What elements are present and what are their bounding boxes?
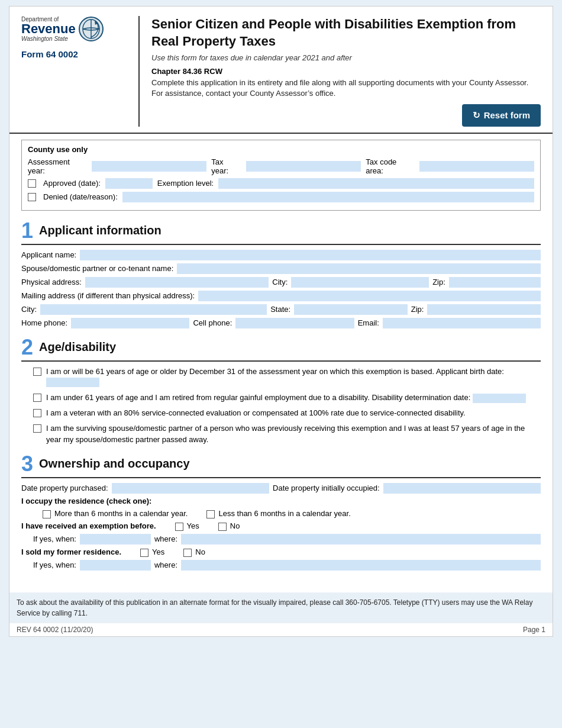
if-yes-when-2-label: If yes, when:: [33, 561, 76, 569]
less-6-checkbox[interactable]: [206, 510, 215, 518]
denied-label: Denied (date/reason):: [43, 192, 118, 201]
state-label: State:: [270, 305, 290, 314]
header-left: Department of Revenue Washington State F…: [21, 16, 140, 127]
footer-rev: REV 64 0002 (11/20/20): [17, 626, 93, 634]
where-input[interactable]: [181, 534, 541, 545]
age-check-4[interactable]: [33, 424, 41, 433]
main-title: Senior Citizen and People with Disabilit…: [151, 16, 541, 50]
applicant-name-row: Applicant name:: [21, 250, 541, 260]
date-occupied-input[interactable]: [383, 483, 541, 494]
email-input[interactable]: [383, 318, 541, 328]
form-body: County use only Assessment year: Tax yea…: [9, 134, 553, 585]
form-page: Department of Revenue Washington State F…: [9, 6, 553, 637]
spouse-label: Spouse/domestic partner or co-tenant nam…: [21, 264, 173, 273]
physical-address-input[interactable]: [85, 277, 269, 288]
sold-residence-row: I sold my former residence. Yes No: [21, 547, 541, 557]
exemption-no-checkbox[interactable]: [218, 523, 227, 531]
zip2-input[interactable]: [427, 304, 541, 315]
age-check-2-text: I am under 61 years of age and I am reti…: [46, 392, 541, 403]
date-property-row: Date property purchased: Date property i…: [21, 483, 541, 494]
physical-address-label: Physical address:: [21, 278, 82, 286]
zip-label: Zip:: [432, 278, 445, 286]
date-purchased-input[interactable]: [112, 483, 269, 494]
spouse-row: Spouse/domestic partner or co-tenant nam…: [21, 263, 541, 274]
age-check-3-row: I am a veteran with an 80% service-conne…: [33, 408, 541, 418]
section3-number: 3: [21, 453, 33, 475]
where2-label: where:: [154, 561, 177, 569]
exemption-level-input[interactable]: [218, 178, 534, 189]
months-row: More than 6 months in a calendar year. L…: [21, 509, 541, 518]
chapter-desc: Complete this application in its entiret…: [151, 78, 541, 99]
section2-title: Age/disability: [39, 340, 116, 354]
if-yes-when-label: If yes, when:: [33, 534, 76, 543]
mailing-address-row: Mailing address (if different than physi…: [21, 291, 541, 301]
disability-date-input[interactable]: [473, 394, 526, 403]
age-check-4-text: I am the surviving spouse/domestic partn…: [46, 423, 541, 444]
denied-input[interactable]: [122, 192, 534, 202]
assessment-year-label: Assessment year:: [28, 157, 87, 175]
logo-area: Department of Revenue Washington State: [21, 16, 129, 42]
reset-button[interactable]: ↻ Reset form: [462, 104, 541, 127]
physical-address-row: Physical address: City: Zip:: [21, 277, 541, 288]
county-section: County use only Assessment year: Tax yea…: [21, 140, 541, 211]
approved-date-input[interactable]: [105, 178, 153, 189]
city2-input[interactable]: [40, 304, 267, 315]
form-number: Form 64 0002: [21, 49, 129, 59]
revenue-label: Revenue: [21, 22, 76, 36]
if-yes-when-input[interactable]: [80, 534, 151, 545]
age-check-2[interactable]: [33, 394, 41, 402]
sold-no-label: No: [195, 547, 205, 556]
mailing-address-label: Mailing address (if different than physi…: [21, 291, 195, 300]
approved-label: Approved (date):: [43, 179, 101, 188]
section1-number: 1: [21, 220, 33, 241]
section1-title: Applicant information: [39, 224, 162, 237]
age-check-1-text: I am or will be 61 years of age or older…: [46, 366, 541, 388]
exemption-yes-checkbox[interactable]: [175, 523, 183, 531]
sold-no-checkbox[interactable]: [183, 549, 192, 557]
exemption-no-label: No: [230, 521, 240, 530]
less-6-label: Less than 6 months in a calendar year.: [218, 509, 350, 518]
state-input[interactable]: [294, 304, 408, 315]
spouse-input[interactable]: [177, 263, 541, 274]
subtitle: Use this form for taxes due in calendar …: [151, 53, 541, 62]
county-title: County use only: [28, 145, 534, 154]
more-6-label: More than 6 months in a calendar year.: [54, 509, 188, 518]
county-row-1: Assessment year: Tax year: Tax code area…: [28, 157, 534, 175]
exemption-yes-label: Yes: [187, 521, 199, 530]
sold-yes-label: Yes: [152, 547, 164, 556]
mailing-address-input[interactable]: [198, 291, 541, 301]
zip-input[interactable]: [449, 277, 541, 288]
tax-code-area-label: Tax code area:: [366, 157, 415, 175]
assessment-year-input[interactable]: [92, 161, 206, 172]
city-input[interactable]: [291, 277, 429, 288]
age-check-1[interactable]: [33, 368, 41, 376]
reset-label: Reset form: [484, 110, 530, 120]
tax-code-area-input[interactable]: [419, 161, 534, 172]
where2-input[interactable]: [181, 560, 541, 571]
cell-phone-input[interactable]: [235, 318, 354, 328]
county-row-2: Approved (date): Exemption level:: [28, 178, 534, 189]
occupy-label: I occupy the residence (check one):: [21, 497, 541, 505]
revenue-logo-icon: [78, 16, 104, 42]
if-yes-when-2-row: If yes, when: where:: [21, 560, 541, 571]
applicant-name-label: Applicant name:: [21, 250, 76, 259]
age-check-3[interactable]: [33, 409, 41, 417]
date-occupied-label: Date property initially occupied:: [273, 484, 380, 492]
section2-number: 2: [21, 337, 33, 358]
sold-yes-checkbox[interactable]: [140, 549, 148, 557]
home-phone-input[interactable]: [71, 318, 189, 328]
more-6-checkbox[interactable]: [43, 510, 51, 518]
applicant-name-input[interactable]: [80, 250, 541, 260]
if-yes-when-row: If yes, when: where:: [21, 534, 541, 545]
section1-header: 1 Applicant information: [21, 220, 541, 245]
tax-year-label: Tax year:: [211, 157, 241, 175]
wa-state-label: Washington State: [21, 36, 76, 42]
if-yes-when-2-input[interactable]: [80, 560, 151, 571]
birth-date-input[interactable]: [46, 378, 99, 387]
denied-checkbox[interactable]: [28, 193, 36, 201]
section3-header: 3 Ownership and occupancy: [21, 453, 541, 478]
approved-checkbox[interactable]: [28, 179, 36, 188]
tax-year-input[interactable]: [246, 161, 361, 172]
reset-icon: ↻: [473, 110, 480, 121]
footer-page: Page 1: [523, 626, 545, 634]
